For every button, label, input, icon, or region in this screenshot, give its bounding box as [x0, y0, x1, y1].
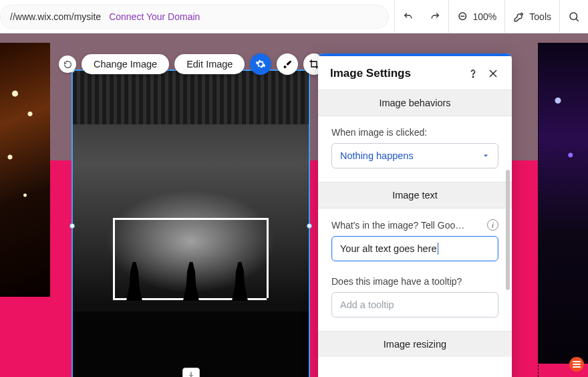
spotify-icon[interactable] [569, 357, 584, 372]
alt-text-label-text: What's in the image? Tell Goo… [331, 220, 464, 231]
editor-canvas[interactable]: Change Image Edit Image Image Settings I… [0, 33, 588, 377]
selected-image-frame[interactable] [71, 70, 310, 377]
section-title-resizing: Image resizing [318, 331, 512, 357]
zoom-label: 100% [473, 11, 497, 22]
element-history-button[interactable] [59, 55, 76, 73]
tooltip-input[interactable]: Add a tooltip [331, 292, 498, 318]
brush-icon [282, 59, 293, 70]
click-behavior-dropdown[interactable]: Nothing happens [331, 143, 498, 168]
editor-topbar: //www.wix.com/mysite Connect Your Domain… [0, 0, 588, 33]
silhouette [183, 262, 199, 301]
search-button[interactable] [560, 0, 588, 33]
background-image-right[interactable] [538, 43, 588, 364]
help-icon [466, 67, 480, 80]
alt-text-input[interactable]: Your alt text goes here [331, 236, 498, 261]
tooltip-label: Does this image have a tooltip? [331, 276, 498, 287]
close-button[interactable] [486, 67, 500, 80]
change-image-button[interactable]: Change Image [82, 54, 169, 74]
silhouette [126, 262, 142, 301]
zoom-control[interactable]: 100% [449, 0, 505, 33]
gear-icon [255, 59, 266, 70]
download-image-button[interactable] [182, 368, 200, 377]
text-caret [438, 243, 438, 255]
settings-button[interactable] [250, 53, 271, 75]
svg-point-3 [570, 13, 577, 20]
connect-domain-link[interactable]: Connect Your Domain [109, 11, 200, 22]
alt-text-label: What's in the image? Tell Goo… i [331, 219, 498, 231]
redo-button[interactable] [422, 0, 448, 33]
chevron-down-icon [482, 152, 490, 160]
section-text: What's in the image? Tell Goo… i Your al… [318, 209, 512, 331]
silhouette [232, 262, 248, 301]
tools-label: Tools [529, 11, 551, 22]
redo-icon [430, 11, 440, 22]
help-button[interactable] [466, 67, 480, 80]
resize-handle-e[interactable] [307, 223, 312, 229]
history-icon [63, 60, 72, 69]
scrollbar-thumb[interactable] [506, 170, 510, 290]
download-icon [187, 371, 195, 377]
svg-point-2 [521, 13, 523, 15]
vertical-guide [538, 43, 539, 377]
site-url: //www.wix.com/mysite [10, 11, 101, 22]
dropdown-value: Nothing happens [340, 150, 414, 161]
section-title-text: Image text [318, 182, 512, 209]
background-image-left[interactable] [0, 43, 50, 297]
search-icon [568, 11, 580, 23]
panel-body: Image behaviors When image is clicked: N… [318, 90, 512, 377]
close-icon [486, 67, 500, 80]
svg-point-5 [472, 76, 473, 77]
click-behavior-label: When image is clicked: [331, 127, 498, 138]
panel-title: Image Settings [330, 67, 460, 80]
section-title-behaviors: Image behaviors [318, 90, 512, 116]
tools-icon [513, 11, 525, 23]
section-behaviors: When image is clicked: Nothing happens [318, 116, 512, 182]
url-bar[interactable]: //www.wix.com/mysite Connect Your Domain [0, 5, 389, 29]
edit-image-button[interactable]: Edit Image [174, 54, 245, 74]
filters-button[interactable] [277, 53, 298, 75]
svg-line-4 [576, 19, 579, 21]
image-settings-panel: Image Settings Image behaviors When imag… [318, 53, 512, 377]
zoom-out-icon [457, 11, 469, 23]
selected-image[interactable] [73, 71, 309, 377]
element-toolbar: Change Image Edit Image [59, 53, 325, 75]
tooltip-placeholder: Add a tooltip [340, 299, 394, 310]
resize-handle-w[interactable] [69, 223, 75, 229]
info-icon[interactable]: i [487, 219, 498, 231]
undo-icon [403, 11, 414, 22]
undo-button[interactable] [395, 0, 422, 33]
panel-header: Image Settings [318, 56, 512, 90]
tools-menu[interactable]: Tools [505, 0, 559, 33]
alt-text-value: Your alt text goes here [340, 243, 437, 254]
